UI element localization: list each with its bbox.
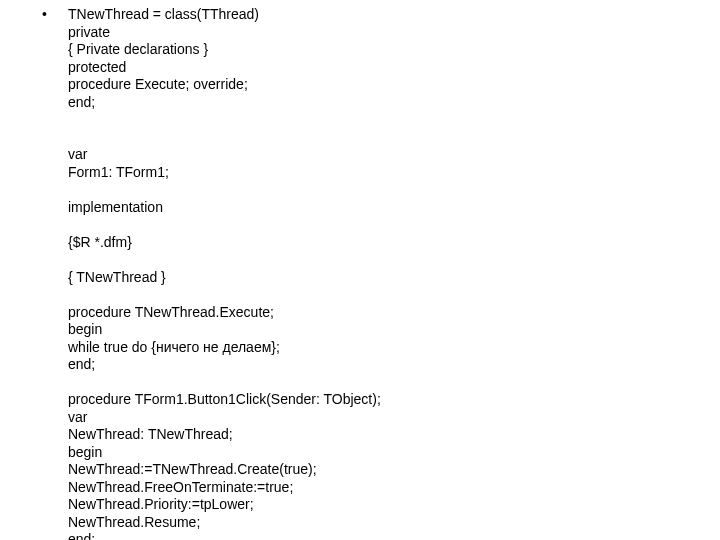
slide-content: • TNewThread = class(TThread) private { … (0, 6, 720, 540)
code-listing: TNewThread = class(TThread) private { Pr… (68, 6, 381, 540)
bullet-icon: • (40, 6, 68, 24)
